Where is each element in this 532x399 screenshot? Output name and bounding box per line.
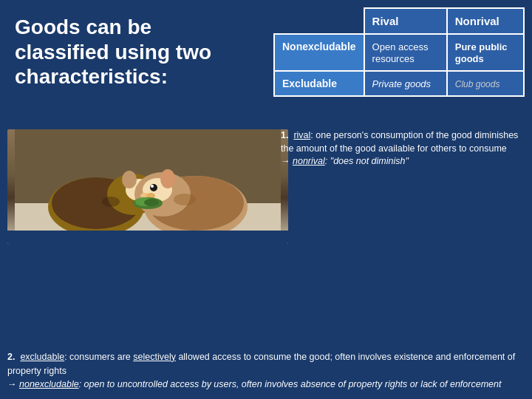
open-access-label: Open access resources [372,41,429,64]
slide: Goods can be classified using two charac… [0,0,532,399]
nonrival-quote: : "does not diminish" [325,156,409,166]
nonexcludable-term: nonexcludable [19,379,79,389]
list-number-1: 1. [281,130,288,140]
rival-arrow: → [281,156,290,166]
table-container: Rival Nonrival Nonexcludable Open access… [273,7,525,97]
list-area: 1. rival: one person's consumption of th… [281,129,525,174]
bottom-area: 2. excludable: consumers are selectively… [7,350,525,392]
slide-title: Goods can be classified using two charac… [15,15,214,89]
list-item-1: 1. rival: one person's consumption of th… [281,129,525,168]
svg-point-22 [144,199,159,206]
table-empty-header [274,8,364,34]
club-goods-label: Club goods [455,79,500,89]
rival-definition: : one person's consumption of the good d… [281,130,518,154]
svg-point-17 [102,197,120,207]
list-number-2: 2. [7,352,15,362]
table-rival-header: Rival [364,8,447,34]
excludable-term: excludable [20,352,64,362]
list-item-2: 2. excludable: consumers are selectively… [7,350,525,392]
title-area: Goods can be classified using two charac… [7,7,222,97]
excludable-def1: : consumers are [64,352,133,362]
cell-club-goods: Club goods [447,71,524,96]
row-header-nonexcludable: Nonexcludable [274,34,364,71]
goods-table: Rival Nonrival Nonexcludable Open access… [273,7,525,97]
svg-point-15 [160,169,175,188]
excludable-arrow: → [7,379,17,389]
rival-term: rival [293,130,310,140]
cell-open-access: Open access resources [364,34,447,71]
cell-private-goods: Private goods [364,71,447,96]
guinea-pig-svg [15,129,281,244]
image-background [7,129,288,244]
pure-public-goods-label: Pure public goods [455,41,508,64]
table-row-excludable: Excludable Private goods Club goods [274,71,524,96]
nonrival-term: nonrival [293,156,325,166]
svg-point-13 [150,184,157,191]
table-nonrival-header: Nonrival [447,8,524,34]
svg-point-8 [122,171,137,188]
table-row-nonexcludable: Nonexcludable Open access resources Pure… [274,34,524,71]
selectively-emphasis: selectively [133,352,176,362]
nonexcludable-definition: : open to uncontrolled access by users, … [79,379,502,389]
private-goods-label: Private goods [372,78,432,89]
guinea-pig-image [7,129,288,244]
image-bottom-bar [7,231,288,244]
row-header-excludable: Excludable [274,71,364,96]
svg-point-14 [151,185,154,188]
svg-point-16 [174,194,196,205]
cell-pure-public-goods: Pure public goods [447,34,524,71]
